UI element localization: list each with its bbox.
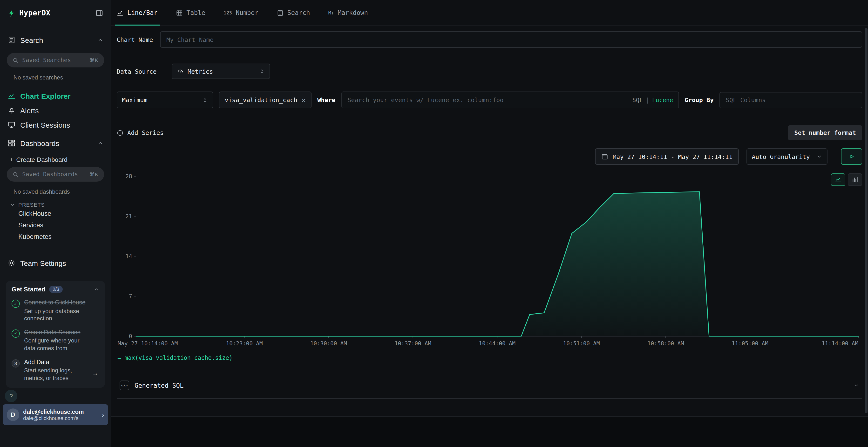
sidebar-item-alerts[interactable]: Alerts: [0, 103, 111, 117]
code-icon: </>: [120, 381, 129, 390]
dashboard-grid-icon: [8, 139, 16, 147]
granularity-select[interactable]: Auto Granularity: [746, 148, 828, 165]
arrow-right-icon[interactable]: →: [92, 369, 98, 376]
search-icon: [12, 57, 18, 63]
group-by-input[interactable]: [719, 92, 862, 108]
step-desc: Start sending logs, metrics, or traces: [24, 367, 92, 382]
aggregation-select[interactable]: Maximum: [117, 92, 213, 108]
lucene-option[interactable]: Lucene: [652, 97, 673, 103]
calendar-icon: [601, 153, 608, 160]
svg-text:0: 0: [129, 333, 132, 339]
chevron-right-icon: ›: [102, 411, 104, 419]
aggregation-value: Maximum: [122, 96, 198, 104]
saved-searches-input[interactable]: Saved Searches ⌘K: [7, 53, 104, 67]
metric-tag-label: visa_validation_cach: [225, 96, 297, 104]
step-title: Create Data Sources: [24, 329, 92, 337]
date-range-value: May 27 10:14:11 - May 27 11:14:11: [613, 153, 733, 160]
table-icon: [176, 9, 183, 16]
svg-text:21: 21: [125, 213, 132, 219]
tab-markdown[interactable]: M↓ Markdown: [329, 0, 368, 26]
chevron-up-icon: [97, 140, 103, 146]
data-source-select[interactable]: Metrics: [172, 64, 270, 79]
generated-sql-section[interactable]: </> Generated SQL: [117, 372, 862, 399]
get-started-title: Get Started: [11, 286, 45, 293]
metric-tag[interactable]: visa_validation_cach ×: [219, 92, 311, 108]
kbd-shortcut-badge: ⌘K: [89, 57, 98, 63]
get-started-card: Get Started 2/3 ✓ Connect to ClickHouse …: [6, 281, 105, 388]
sidebar-item-client-sessions[interactable]: Client Sessions: [0, 117, 111, 132]
svg-text:10:44:00 AM: 10:44:00 AM: [479, 340, 516, 347]
help-button[interactable]: ?: [5, 390, 18, 403]
chart-name-label: Chart Name: [117, 36, 154, 43]
series-row: Maximum visa_validation_cach × Where S: [117, 92, 862, 108]
scrollbar[interactable]: [865, 28, 868, 413]
get-started-header[interactable]: Get Started 2/3: [11, 286, 99, 293]
line-display-button[interactable]: [831, 173, 845, 186]
generated-sql-label: Generated SQL: [134, 382, 184, 389]
create-dashboard-label: Create Dashboard: [16, 156, 67, 163]
search-icon: [12, 171, 18, 177]
add-series-button[interactable]: Add Series: [117, 129, 164, 136]
kbd-shortcut-badge: ⌘K: [89, 171, 98, 177]
where-input[interactable]: [341, 92, 679, 108]
step-create-data-sources[interactable]: ✓ Create Data Sources Configure where yo…: [11, 329, 99, 353]
check-circle-icon: ✓: [11, 330, 20, 338]
timeseries-chart[interactable]: 07142128May 27 10:14:00 AM10:23:00 AM10:…: [117, 168, 862, 352]
svg-text:May 27 10:14:00 AM: May 27 10:14:00 AM: [118, 340, 178, 347]
sidebar-section-search[interactable]: Search: [0, 31, 111, 49]
collapse-sidebar-icon[interactable]: [95, 9, 103, 17]
bottom-gap: [111, 416, 868, 447]
chart-editor: Chart Name Data Source Metrics: [111, 26, 868, 399]
tab-search[interactable]: Search: [277, 0, 310, 26]
preset-item-clickhouse[interactable]: ClickHouse: [18, 208, 103, 219]
tab-line-bar[interactable]: Line/Bar: [117, 0, 157, 26]
sidebar-item-chart-explorer[interactable]: Chart Explorer: [0, 89, 111, 103]
chevron-down-icon: [10, 202, 16, 208]
svg-text:11:14:00 AM: 11:14:00 AM: [822, 340, 858, 347]
step-add-data[interactable]: 3 Add Data Start sending logs, metrics, …: [11, 358, 99, 382]
preset-item-kubernetes[interactable]: Kubernetes: [18, 231, 103, 242]
svg-text:10:58:00 AM: 10:58:00 AM: [647, 340, 684, 347]
tag-close-icon[interactable]: ×: [302, 96, 306, 104]
user-menu[interactable]: D dale@clickhouse.com dale@clickhouse.co…: [3, 404, 108, 425]
tab-label: Search: [287, 9, 310, 16]
create-dashboard-button[interactable]: + Create Dashboard: [10, 156, 103, 163]
nav-label: Alerts: [20, 106, 39, 114]
monitor-icon: [8, 121, 16, 129]
svg-text:11:05:00 AM: 11:05:00 AM: [732, 340, 768, 347]
bar-display-button[interactable]: [848, 173, 862, 186]
chart-name-input[interactable]: [160, 31, 862, 48]
chevron-down-icon: [854, 382, 859, 388]
main-area: Line/Bar Table 123 Number Search: [111, 0, 868, 447]
play-icon: [848, 153, 855, 160]
no-saved-dashboards-note: No saved dashboards: [13, 188, 103, 195]
saved-dashboards-input[interactable]: Saved Dashboards ⌘K: [7, 167, 104, 182]
tab-table[interactable]: Table: [176, 0, 205, 26]
set-number-format-button[interactable]: Set number format: [788, 125, 862, 140]
svg-text:10:37:00 AM: 10:37:00 AM: [395, 340, 431, 347]
saved-search-list-icon: [8, 36, 16, 44]
chart-type-tab-bar: Line/Bar Table 123 Number Search: [111, 0, 868, 26]
step-number-badge: 3: [11, 359, 20, 367]
step-title: Add Data: [24, 358, 92, 366]
step-connect-clickhouse[interactable]: ✓ Connect to ClickHouse Set up your data…: [11, 299, 99, 323]
tab-number[interactable]: 123 Number: [224, 0, 258, 26]
bell-icon: [8, 106, 16, 114]
legend-swatch: —: [118, 354, 121, 361]
metrics-gauge-icon: [177, 68, 184, 75]
user-email: dale@clickhouse.com: [23, 409, 98, 415]
bar-chart-icon: [851, 176, 858, 183]
avatar: D: [7, 409, 19, 421]
run-chart-button[interactable]: [841, 148, 862, 165]
sidebar-section-dashboards[interactable]: Dashboards: [0, 134, 111, 152]
add-series-label: Add Series: [127, 129, 164, 136]
where-input-wrap: SQL | Lucene: [341, 92, 679, 108]
step-desc: Set up your database connection: [24, 308, 92, 322]
sql-option[interactable]: SQL: [632, 97, 643, 103]
preset-item-services[interactable]: Services: [18, 219, 103, 231]
data-source-label: Data Source: [117, 68, 160, 75]
step-title: Connect to ClickHouse: [24, 299, 92, 307]
date-range-picker[interactable]: May 27 10:14:11 - May 27 11:14:11: [595, 148, 739, 165]
sidebar-item-team-settings[interactable]: Team Settings: [0, 254, 111, 272]
presets-toggle[interactable]: PRESETS: [10, 202, 103, 208]
